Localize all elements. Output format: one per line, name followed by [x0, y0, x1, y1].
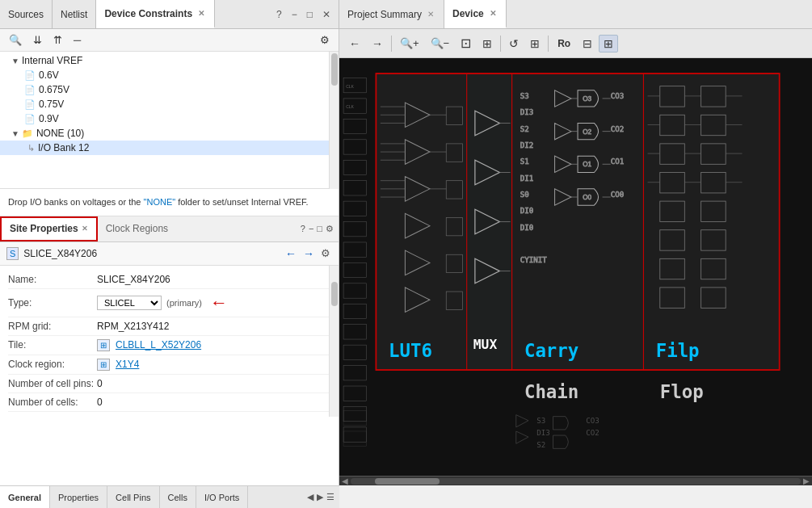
- scrollbar-thumb[interactable]: [375, 478, 440, 485]
- prop-value-cell-pins: 0: [97, 378, 330, 389]
- scroll-right-icon[interactable]: ▶: [801, 477, 812, 485]
- rotate-button[interactable]: ↺: [504, 35, 524, 52]
- fit-button[interactable]: ⊡: [456, 33, 476, 53]
- close-device-constraints-icon[interactable]: ✕: [196, 8, 206, 19]
- scrollbar-track[interactable]: [351, 478, 801, 485]
- btab-prev-icon[interactable]: ◀: [307, 492, 313, 502]
- nav-forward-icon[interactable]: →: [301, 246, 316, 262]
- tree-item-none[interactable]: ▼ 📁 NONE (10): [0, 126, 339, 141]
- btab-cells[interactable]: Cells: [160, 486, 196, 508]
- search-button[interactable]: 🔍: [5, 31, 26, 48]
- btab-menu-icon[interactable]: ☰: [326, 492, 334, 502]
- close-site-props-icon[interactable]: ✕: [82, 225, 88, 233]
- tab-netlist[interactable]: Netlist: [53, 0, 96, 28]
- prop-row-tile: Tile: ⊞ CLBLL_L_X52Y206: [8, 336, 330, 355]
- tab-device[interactable]: Device ✕: [444, 0, 507, 28]
- tree-item-internal-vref[interactable]: ▼ Internal VREF: [0, 53, 339, 68]
- mux-label: MUX: [473, 337, 498, 352]
- prop-label-tile: Tile:: [8, 339, 97, 351]
- tree-item-0.675v[interactable]: 📄 0.675V: [0, 82, 339, 97]
- site-props-header: Site Properties ✕ Clock Regions ? − □ ⚙: [0, 216, 339, 242]
- filter-up-button[interactable]: ⇈: [49, 31, 66, 48]
- view-toggle-1[interactable]: ⊟: [578, 35, 597, 52]
- svg-text:CO3: CO3: [611, 92, 625, 100]
- btab-io-ports[interactable]: I/O Ports: [196, 486, 248, 508]
- svg-text:S2: S2: [520, 125, 529, 133]
- routing-button[interactable]: Ro: [552, 36, 576, 52]
- zoom-out-button[interactable]: 🔍−: [426, 35, 455, 52]
- icon-0.6v: 📄: [24, 70, 36, 81]
- icon-0.9v: 📄: [24, 114, 36, 124]
- arrow-none: ▼: [11, 129, 19, 138]
- clock-regions-label: Clock Regions: [106, 223, 168, 234]
- svg-text:DI3: DI3: [520, 108, 534, 116]
- btab-general[interactable]: General: [0, 486, 50, 508]
- icon-0.675v: 📄: [24, 85, 36, 95]
- btab-extras: ◀ ▶ ☰: [302, 492, 339, 502]
- prop-value-type: SLICEL SLICEM (primary) ←: [97, 292, 330, 313]
- site-name-bar: S SLICE_X84Y206 ← → ⚙: [0, 242, 339, 266]
- forward-button[interactable]: →: [367, 35, 388, 52]
- icon-0.75v: 📄: [24, 99, 36, 110]
- svg-rect-8: [343, 201, 366, 216]
- svg-text:CO2: CO2: [586, 429, 600, 437]
- close-device-icon[interactable]: ✕: [488, 8, 498, 19]
- svg-text:DI0: DI0: [520, 207, 534, 215]
- svg-rect-19: [343, 427, 366, 442]
- prop-label-name: Name:: [8, 274, 97, 285]
- svg-marker-123: [516, 431, 528, 443]
- minus-button[interactable]: ─: [69, 31, 85, 48]
- prop-row-type: Type: SLICEL SLICEM (primary) ←: [8, 289, 330, 317]
- site-props-panel: Site Properties ✕ Clock Regions ? − □ ⚙ …: [0, 216, 339, 417]
- nav-back-icon[interactable]: ←: [284, 246, 298, 262]
- svg-text:CLK: CLK: [346, 104, 354, 109]
- arrow-internal-vref: ▼: [11, 57, 19, 65]
- tab-device-constraints[interactable]: Device Constraints ✕: [96, 0, 215, 28]
- svg-rect-5: [343, 140, 366, 154]
- tab-project-summary[interactable]: Project Summary ✕: [339, 0, 444, 28]
- zoom-in-button[interactable]: 🔍+: [395, 35, 424, 52]
- tab-clock-regions[interactable]: Clock Regions: [98, 216, 176, 241]
- svg-text:S2: S2: [536, 441, 545, 449]
- h-scrollbar[interactable]: ◀ ▶: [339, 476, 812, 485]
- tile-link[interactable]: CLBLL_L_X52Y206: [116, 339, 201, 351]
- tree-item-0.9v[interactable]: 📄 0.9V: [0, 111, 339, 126]
- close-project-summary-icon[interactable]: ✕: [426, 9, 435, 19]
- svg-text:CLK: CLK: [346, 84, 354, 89]
- site-help-icon[interactable]: ?: [301, 224, 305, 233]
- btab-properties[interactable]: Properties: [50, 486, 107, 508]
- btab-next-icon[interactable]: ▶: [317, 492, 323, 502]
- type-select[interactable]: SLICEL SLICEM: [97, 296, 162, 310]
- site-settings-icon[interactable]: ⚙: [326, 224, 334, 234]
- site-minimize-icon[interactable]: −: [309, 224, 313, 233]
- tab-sources[interactable]: Sources: [0, 0, 53, 28]
- tab-site-properties[interactable]: Site Properties ✕: [0, 216, 98, 241]
- prop-row-clock-region: Clock region: ⊞ X1Y4: [8, 355, 330, 375]
- prop-label-cells: Number of cells:: [8, 397, 97, 408]
- btab-cell-pins[interactable]: Cell Pins: [107, 486, 159, 508]
- view-toggle-2[interactable]: ⊞: [599, 35, 618, 52]
- close-left-panel-icon[interactable]: ✕: [319, 7, 334, 22]
- clock-region-link[interactable]: X1Y4: [116, 359, 139, 370]
- scroll-left-icon[interactable]: ◀: [339, 477, 351, 485]
- prop-value-tile: ⊞ CLBLL_L_X52Y206: [97, 339, 330, 351]
- grid-button[interactable]: ⊞: [525, 35, 545, 52]
- help-icon[interactable]: ?: [273, 7, 285, 22]
- tree-item-io-bank-12[interactable]: ↳ I/O Bank 12: [0, 141, 339, 155]
- fit-selection-button[interactable]: ⊞: [478, 35, 497, 52]
- tree-item-0.6v[interactable]: 📄 0.6V: [0, 68, 339, 82]
- tree-item-0.75v[interactable]: 📄 0.75V: [0, 97, 339, 111]
- gear-button[interactable]: ⚙: [316, 31, 334, 48]
- site-restore-icon[interactable]: □: [317, 224, 322, 233]
- svg-rect-116: [343, 431, 366, 446]
- filter-down-button[interactable]: ⇊: [29, 31, 46, 48]
- restore-left-icon[interactable]: □: [304, 7, 316, 22]
- separator-1: [391, 36, 392, 52]
- prop-row-cells: Number of cells: 0: [8, 393, 330, 412]
- minimize-left-icon[interactable]: −: [288, 7, 301, 22]
- btab-io-ports-label: I/O Ports: [204, 493, 239, 502]
- device-canvas[interactable]: CLK CLK: [339, 58, 812, 476]
- site-gear-icon[interactable]: ⚙: [319, 246, 332, 262]
- back-button[interactable]: ←: [344, 35, 365, 52]
- tab-bar-help[interactable]: ? − □ ✕: [268, 0, 339, 28]
